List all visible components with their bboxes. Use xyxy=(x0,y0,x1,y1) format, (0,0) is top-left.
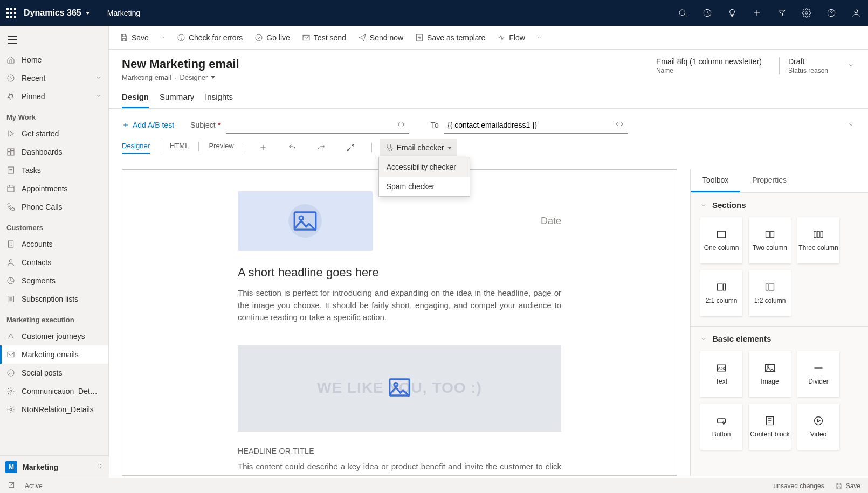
section-tile-2-1-column[interactable]: 2:1 column xyxy=(700,270,742,316)
basic-elements-header[interactable]: Basic elements xyxy=(691,327,868,348)
element-tile-divider[interactable]: Divider xyxy=(797,351,839,397)
expand-header-toggle[interactable] xyxy=(845,57,855,71)
toolbox-tab-toolbox[interactable]: Toolbox xyxy=(691,169,740,192)
send-now-button[interactable]: Send now xyxy=(353,29,409,46)
nav-collapse-toggle[interactable] xyxy=(8,36,17,44)
redo-button[interactable] xyxy=(308,139,335,156)
add-element-button[interactable] xyxy=(250,139,277,156)
menu-item-accessibility-checker[interactable]: Accessibility checker xyxy=(379,157,470,177)
chevron-down-icon[interactable] xyxy=(532,29,547,46)
section-tile-two-column[interactable]: Two column xyxy=(749,217,791,263)
plus-icon[interactable] xyxy=(752,8,762,18)
chevron-down-icon xyxy=(86,12,90,15)
svg-rect-8 xyxy=(11,151,14,155)
section-tile-three-column[interactable]: Three column xyxy=(797,217,839,263)
nav-item-recent[interactable]: Recent xyxy=(0,69,108,87)
svg-point-28 xyxy=(394,383,398,387)
sections-header[interactable]: Sections xyxy=(691,193,868,214)
help-icon[interactable] xyxy=(826,8,837,18)
subject-input[interactable] xyxy=(226,116,409,134)
check-for-errors-button[interactable]: Check for errors xyxy=(171,29,248,46)
assistant-icon[interactable] xyxy=(702,8,713,18)
app-launcher-icon[interactable] xyxy=(6,8,16,18)
save-as-template-button[interactable]: Save as template xyxy=(410,29,491,46)
date-placeholder[interactable]: Date xyxy=(541,216,561,227)
element-tile-button[interactable]: Button xyxy=(700,404,742,450)
tab-design[interactable]: Design xyxy=(122,88,149,108)
nav-item-contacts[interactable]: Contacts xyxy=(0,253,108,272)
go-live-button[interactable]: Go live xyxy=(249,29,295,46)
person-icon xyxy=(6,258,15,267)
body-text[interactable]: This section is perfect for introducing … xyxy=(238,287,561,324)
nav-item-communication-det-[interactable]: Communication_Det… xyxy=(0,382,108,400)
popout-icon[interactable] xyxy=(8,481,15,490)
nav-item-get-started[interactable]: Get started xyxy=(0,124,108,143)
save-button-footer[interactable]: Save xyxy=(835,482,860,490)
nav-item-social-posts[interactable]: Social posts xyxy=(0,364,108,382)
sub-body-text[interactable]: This content could describe a key idea o… xyxy=(238,461,561,476)
email-canvas[interactable]: Date A short headline goes here This sec… xyxy=(122,169,677,476)
svg-rect-9 xyxy=(8,152,10,155)
undo-button[interactable] xyxy=(279,139,306,156)
fullscreen-button[interactable] xyxy=(337,139,364,156)
element-tile-image[interactable]: Image xyxy=(749,351,791,397)
element-tile-text[interactable]: AbcText xyxy=(700,351,742,397)
headline-text[interactable]: A short headline goes here xyxy=(238,266,561,280)
test-send-button[interactable]: Test send xyxy=(297,29,352,46)
svg-rect-35 xyxy=(718,284,722,290)
nav-item-pinned[interactable]: Pinned xyxy=(0,87,108,106)
nav-item-appointments[interactable]: Appointments xyxy=(0,179,108,198)
sub-headline-text[interactable]: HEADLINE OR TITLE xyxy=(238,447,561,455)
nav-item-tasks[interactable]: Tasks xyxy=(0,161,108,179)
nav-item-customer-journeys[interactable]: Customer journeys xyxy=(0,327,108,345)
image-placeholder-large[interactable]: WE LIKE YOU, TOO :) xyxy=(238,345,561,432)
save-button[interactable]: Save xyxy=(114,29,154,46)
nav-item-subscription-lists[interactable]: Subscription lists xyxy=(0,290,108,308)
svg-point-45 xyxy=(815,417,823,425)
nav-item-accounts[interactable]: Accounts xyxy=(0,235,108,253)
to-input[interactable] xyxy=(444,116,628,134)
nav-item-home[interactable]: Home xyxy=(0,51,108,69)
search-icon[interactable] xyxy=(677,8,688,18)
record-title: New Marketing email xyxy=(122,57,239,71)
area-switcher[interactable]: M Marketing xyxy=(0,455,109,478)
subject-label: Subject * xyxy=(190,121,221,129)
element-tile-content-block[interactable]: Content block xyxy=(749,404,791,450)
section-tile-1-2-column[interactable]: 1:2 column xyxy=(749,270,791,316)
nav-item-marketing-emails[interactable]: Marketing emails xyxy=(0,345,108,364)
flow-button[interactable]: Flow xyxy=(492,29,531,46)
chevron-down-icon[interactable] xyxy=(211,76,215,79)
lightbulb-icon[interactable] xyxy=(727,8,738,18)
email-checker-dropdown[interactable]: Email checker Accessibility checkerSpam … xyxy=(380,139,457,156)
image-placeholder[interactable] xyxy=(238,191,373,251)
section-tile-one-column[interactable]: One column xyxy=(700,217,742,263)
element-tile-video[interactable]: Video xyxy=(797,404,839,450)
chevron-down-icon[interactable] xyxy=(155,29,170,46)
expand-fields-toggle[interactable] xyxy=(848,121,855,130)
nav-item-ntonrelation-details[interactable]: NtoNRelation_Details xyxy=(0,400,108,419)
svg-rect-23 xyxy=(417,34,423,41)
name-stat: Email 8fq (1 column newsletter) Name xyxy=(656,57,762,74)
nav-item-segments[interactable]: Segments xyxy=(0,272,108,290)
add-ab-test-button[interactable]: Add A/B test xyxy=(122,121,174,129)
toolbox-tab-properties[interactable]: Properties xyxy=(740,169,798,192)
code-icon[interactable] xyxy=(396,120,406,130)
user-icon[interactable] xyxy=(851,8,862,18)
view-tab-preview[interactable]: Preview xyxy=(209,142,233,154)
area-badge: M xyxy=(5,461,17,473)
nav-item-dashboards[interactable]: Dashboards xyxy=(0,143,108,161)
filter-icon[interactable] xyxy=(776,8,787,18)
gear-icon[interactable] xyxy=(801,8,812,18)
view-tab-html[interactable]: HTML xyxy=(170,142,189,154)
nav-item-phone-calls[interactable]: Phone Calls xyxy=(0,198,108,216)
updown-icon xyxy=(96,462,104,471)
code-icon[interactable] xyxy=(615,120,624,130)
record-state: Active xyxy=(25,482,43,490)
view-tab-designer[interactable]: Designer xyxy=(122,142,150,154)
list-icon xyxy=(6,295,15,303)
tab-insights[interactable]: Insights xyxy=(205,88,233,108)
app-area-label[interactable]: Marketing xyxy=(107,9,140,17)
brand-label[interactable]: Dynamics 365 xyxy=(24,8,90,18)
menu-item-spam-checker[interactable]: Spam checker xyxy=(379,177,470,196)
tab-summary[interactable]: Summary xyxy=(160,88,194,108)
